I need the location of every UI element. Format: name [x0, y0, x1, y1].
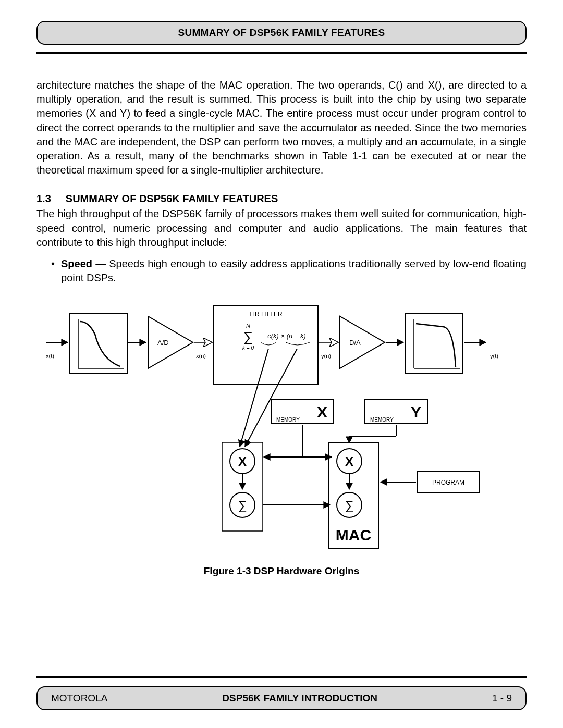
page-header: SUMMARY OF DSP56K FAMILY FEATURES	[36, 21, 527, 45]
bullet-text: Speed — Speeds high enough to easily add…	[61, 257, 527, 285]
bullet-rest: — Speeds high enough to easily address a…	[61, 258, 527, 283]
sum-sigma-right: ∑	[345, 498, 353, 513]
label-xn: x(n)	[196, 353, 206, 359]
y-mem-label: Y	[411, 403, 421, 421]
section-title: SUMMARY OF DSP56K FAMILY FEATURES	[66, 193, 278, 205]
fir-label: FIR FILTER	[249, 311, 282, 318]
program-label: PROGRAM	[432, 479, 464, 486]
page-footer: MOTOROLA DSP56K FAMILY INTRODUCTION 1 - …	[36, 686, 527, 710]
sigma-icon: ∑	[243, 329, 253, 344]
label-yn: y(n)	[321, 353, 331, 359]
paragraph-2: The high throughput of the DSP56K family…	[36, 207, 527, 250]
bullet-bold: Speed	[61, 258, 92, 269]
footer-center: DSP56K FAMILY INTRODUCTION	[222, 693, 377, 704]
formula-body: c(k) × (n − k)	[267, 332, 306, 340]
ad-converter	[148, 316, 193, 368]
bullet-item: • Speed — Speeds high enough to easily a…	[51, 257, 527, 285]
ad-label: A/D	[157, 339, 169, 347]
footer-right: 1 - 9	[492, 693, 512, 704]
section-heading: 1.3 SUMMARY OF DSP56K FAMILY FEATURES	[36, 193, 527, 205]
da-label: D/A	[349, 339, 361, 347]
y-mem-caption: MEMORY	[370, 417, 394, 423]
label-xt-left: x(t)	[46, 353, 54, 359]
formula-base: k = 0	[242, 345, 254, 351]
mult-x-left: X	[238, 454, 247, 468]
header-title: SUMMARY OF DSP56K FAMILY FEATURES	[178, 27, 385, 38]
mac-label: MAC	[336, 526, 371, 544]
bullet-dot-icon: •	[51, 257, 55, 285]
da-converter	[340, 316, 385, 368]
formula-N: N	[246, 323, 250, 329]
x-mem-caption: MEMORY	[276, 417, 300, 423]
bottom-rule	[36, 676, 527, 678]
x-mem-label: X	[317, 403, 327, 421]
diagram-svg: x(t) A/D x(n) FIR FILTER N ∑ k = 0 c(k) …	[36, 301, 527, 556]
mult-x-right: X	[345, 454, 353, 468]
label-yt: y(t)	[490, 353, 498, 359]
top-rule	[36, 52, 527, 54]
paragraph-1: architecture matches the shape of the MA…	[36, 78, 527, 177]
figure: x(t) A/D x(n) FIR FILTER N ∑ k = 0 c(k) …	[36, 301, 527, 577]
sum-sigma-left: ∑	[238, 498, 247, 513]
footer-left: MOTOROLA	[51, 693, 107, 704]
section-number: 1.3	[36, 193, 51, 205]
figure-caption: Figure 1-3 DSP Hardware Origins	[36, 565, 527, 577]
